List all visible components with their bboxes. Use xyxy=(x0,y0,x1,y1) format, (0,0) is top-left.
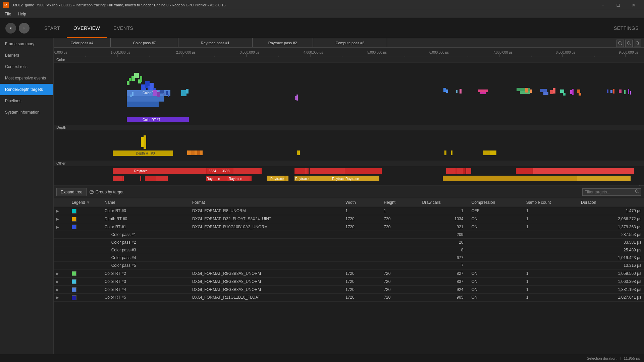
row-legend xyxy=(69,286,102,294)
sidebar-item-context-rolls[interactable]: Context rolls xyxy=(0,61,53,72)
expand-icon[interactable]: ▶ xyxy=(56,225,59,229)
svg-rect-40 xyxy=(129,78,131,81)
svg-rect-130 xyxy=(140,176,141,181)
expand-icon[interactable]: ▶ xyxy=(56,280,59,284)
back-button[interactable] xyxy=(5,23,16,34)
search-icon-1[interactable] xyxy=(616,40,624,47)
svg-rect-54 xyxy=(130,95,132,97)
row-samples: 1 xyxy=(524,269,578,278)
svg-marker-3 xyxy=(23,27,25,29)
sidebar-item-barriers[interactable]: Barriers xyxy=(0,50,53,61)
col-duration[interactable]: Duration xyxy=(578,198,644,207)
timeline-scrollbar[interactable] xyxy=(54,185,644,186)
expand-icon[interactable]: ▶ xyxy=(56,296,59,299)
col-width[interactable]: Width xyxy=(343,198,381,207)
table-row[interactable]: ▶ Depth RT #0 DXGI_FORMAT_D32_FLOAT_S8X2… xyxy=(54,215,644,223)
expand-tree-button[interactable]: Expand tree xyxy=(56,188,87,196)
forward-button[interactable] xyxy=(19,23,30,34)
row-duration: 1.479 μs xyxy=(578,207,644,215)
table-row[interactable]: ▶ Color RT #2 DXGI_FORMAT_R8G8B8A8_UNORM… xyxy=(54,269,644,278)
pass-header-compute: Compute pass #8 xyxy=(313,38,387,47)
row-name: Color RT #3 xyxy=(102,278,190,286)
nav-overview[interactable]: OVERVIEW xyxy=(67,18,107,38)
row-width: 1720 xyxy=(343,269,381,278)
col-draws[interactable]: Draw calls xyxy=(420,198,469,207)
svg-text:8,000,000 μs: 8,000,000 μs xyxy=(556,51,575,54)
table-row[interactable]: Color pass #4 677 1,019.423 μs xyxy=(54,254,644,262)
col-name[interactable]: Name xyxy=(102,198,190,207)
nav-start[interactable]: START xyxy=(38,18,67,38)
sidebar-item-most-expensive[interactable]: Most expensive events xyxy=(0,72,53,84)
table-row[interactable]: ▶ Color RT #1 DXGI_FORMAT_R10G10B10A2_UN… xyxy=(54,223,644,231)
row-height xyxy=(381,246,419,254)
svg-rect-117 xyxy=(233,168,260,174)
search-icon-3[interactable] xyxy=(634,40,641,47)
color-timeline-svg: Color RT #4 xyxy=(54,63,644,125)
row-expand[interactable]: ▶ xyxy=(54,223,69,231)
group-by-target-toggle[interactable]: Group by target xyxy=(90,190,123,194)
svg-rect-156 xyxy=(466,168,471,174)
row-name: Color RT #1 xyxy=(102,223,190,231)
col-compression[interactable]: Compression xyxy=(469,198,524,207)
table-row[interactable]: Color pass #2 20 33.581 μs xyxy=(54,239,644,246)
svg-rect-152 xyxy=(446,168,456,174)
nav-events[interactable]: EVENTS xyxy=(107,18,140,38)
minimize-button[interactable]: − xyxy=(595,0,610,10)
row-draws: 924 xyxy=(420,286,469,294)
timeline-ruler: 0.000 μs 1,000,000 μs 2,000,000 μs 3,000… xyxy=(54,48,644,57)
row-height: 720 xyxy=(381,269,419,278)
row-draws: 1034 xyxy=(420,215,469,223)
row-expand[interactable]: ▶ xyxy=(54,278,69,286)
row-expand[interactable]: ▶ xyxy=(54,269,69,278)
row-compression xyxy=(469,254,524,262)
table-row[interactable]: Color pass #1 209 287.553 μs xyxy=(54,231,644,239)
table-row[interactable]: Color pass #5 7 13.316 μs xyxy=(54,262,644,269)
svg-rect-70 xyxy=(456,90,458,93)
sidebar-item-render-depth[interactable]: Render/depth targets xyxy=(0,84,53,95)
row-format: DXGI_FORMAT_R8G8B8A8_UNORM xyxy=(190,278,343,286)
row-legend xyxy=(69,239,102,246)
row-legend xyxy=(69,269,102,278)
row-expand[interactable]: ▶ xyxy=(54,293,69,301)
sidebar-item-system-info[interactable]: System information xyxy=(0,107,53,118)
svg-text:5,000,000 μs: 5,000,000 μs xyxy=(367,51,387,54)
table-row[interactable]: ▶ Color RT #4 DXGI_FORMAT_R8G8B8A8_UNORM… xyxy=(54,286,644,294)
row-format: DXGI_FORMAT_D32_FLOAT_S8X24_UINT xyxy=(190,215,343,223)
scroll-right-button[interactable] xyxy=(639,185,644,186)
close-button[interactable]: ✕ xyxy=(626,0,641,10)
color-swatch xyxy=(72,225,76,229)
col-samples[interactable]: Sample count xyxy=(524,198,578,207)
menu-file[interactable]: File xyxy=(1,10,14,18)
table-row[interactable]: ▶ Color RT #0 DXGI_FORMAT_R8_UNORM 1 1 1… xyxy=(54,207,644,215)
settings-button[interactable]: SETTINGS xyxy=(614,25,639,31)
sidebar-item-frame-summary[interactable]: Frame summary xyxy=(0,38,53,50)
sidebar-item-pipelines[interactable]: Pipelines xyxy=(0,95,53,107)
table-row[interactable]: ▶ Color RT #5 DXGI_FORMAT_R11G11B10_FLOA… xyxy=(54,293,644,301)
svg-rect-61 xyxy=(168,95,169,97)
expand-icon[interactable]: ▶ xyxy=(56,272,59,276)
col-format[interactable]: Format xyxy=(190,198,343,207)
row-draws: 209 xyxy=(420,231,469,239)
filter-input[interactable] xyxy=(583,189,633,195)
menu-help[interactable]: Help xyxy=(14,10,30,18)
expand-icon[interactable]: ▶ xyxy=(56,209,59,213)
row-samples xyxy=(524,254,578,262)
row-height xyxy=(381,254,419,262)
table-row[interactable]: ▶ Color RT #3 DXGI_FORMAT_R8G8B8A8_UNORM… xyxy=(54,278,644,286)
expand-icon[interactable]: ▶ xyxy=(56,217,59,221)
col-legend[interactable]: Legend ▼ xyxy=(69,198,102,207)
row-expand[interactable]: ▶ xyxy=(54,215,69,223)
svg-rect-56 xyxy=(153,90,157,96)
svg-text:R: R xyxy=(4,3,7,7)
row-expand[interactable]: ▶ xyxy=(54,286,69,294)
search-icon-2[interactable] xyxy=(625,40,633,47)
table-row[interactable]: Color pass #3 8 25.489 μs xyxy=(54,246,644,254)
svg-rect-126 xyxy=(345,168,382,174)
row-expand[interactable]: ▶ xyxy=(54,207,69,215)
color-section: Color RT #4 xyxy=(54,63,644,125)
maximize-button[interactable]: □ xyxy=(610,0,626,10)
row-draws: 905 xyxy=(420,293,469,301)
col-height[interactable]: Height xyxy=(381,198,419,207)
svg-text:0.000 μs: 0.000 μs xyxy=(54,51,67,54)
expand-icon[interactable]: ▶ xyxy=(56,288,59,292)
